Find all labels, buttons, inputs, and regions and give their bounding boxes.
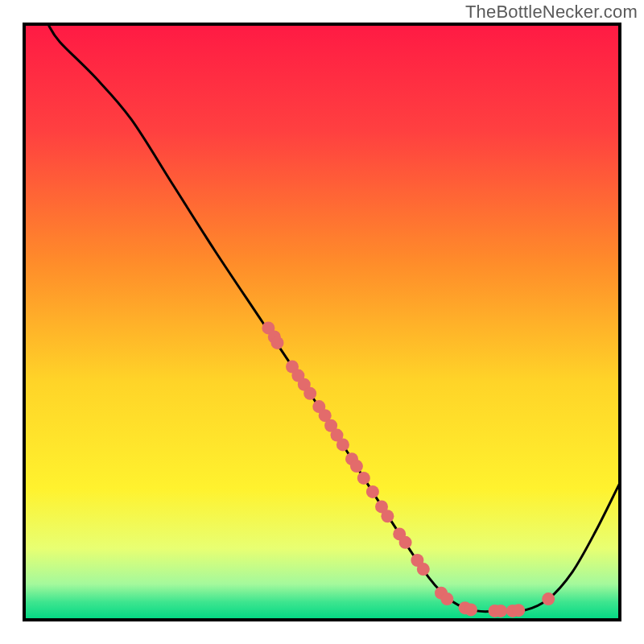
data-point bbox=[303, 387, 316, 400]
bottleneck-chart bbox=[0, 0, 644, 644]
data-point bbox=[350, 460, 363, 473]
data-point bbox=[366, 485, 379, 498]
gradient-background bbox=[24, 24, 620, 620]
data-point bbox=[381, 510, 394, 522]
plot-area bbox=[24, 24, 620, 620]
data-point bbox=[357, 472, 370, 485]
data-point bbox=[440, 592, 453, 605]
data-point bbox=[542, 592, 555, 605]
attribution-label: TheBottleNecker.com bbox=[465, 2, 638, 23]
data-point bbox=[271, 336, 284, 349]
data-point bbox=[494, 605, 507, 617]
data-point bbox=[336, 438, 349, 451]
data-point bbox=[399, 536, 412, 549]
data-point bbox=[512, 604, 525, 617]
data-point bbox=[464, 603, 477, 616]
data-point bbox=[417, 563, 430, 576]
